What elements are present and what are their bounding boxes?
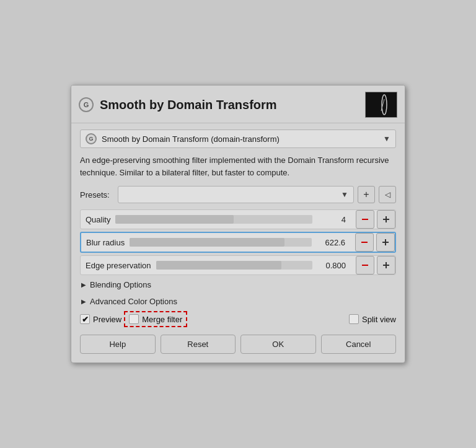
advanced-color-options-arrow-icon: ▶ [81,298,86,305]
svg-rect-6 [386,216,387,222]
advanced-color-options-label: Advanced Color Options [90,297,177,306]
blending-options-label: Blending Options [90,280,151,289]
quality-track[interactable] [115,215,312,224]
smooth-dialog: G Smooth by Domain Transform G Smooth by… [71,85,405,363]
merge-filter-box: Merge filter [124,311,187,327]
svg-rect-9 [385,239,386,245]
svg-rect-7 [361,242,368,243]
quality-minus-button[interactable] [356,210,374,229]
svg-rect-10 [362,265,368,266]
filter-dropdown[interactable]: G Smooth by Domain Transform (domain-tra… [80,130,396,148]
edge-preservation-value: 0.800 [317,261,348,270]
blending-options-section: ▶ Blending Options [80,278,396,292]
split-view-checkbox[interactable] [349,314,359,324]
thumbnail-svg [366,92,397,117]
blending-options-header[interactable]: ▶ Blending Options [80,278,396,292]
presets-add-button[interactable]: + [358,186,375,203]
footer-buttons: Help Reset OK Cancel [80,335,396,354]
cancel-button[interactable]: Cancel [321,335,397,354]
svg-rect-4 [362,219,368,220]
blur-radius-minus-button[interactable] [355,233,374,252]
filter-description: An edge-preserving smoothing filter impl… [80,154,396,178]
edge-preservation-param-row: Edge preservation 0.800 [80,255,396,275]
preview-label: Preview [93,315,121,324]
quality-param-row: Quality 4 [80,209,396,229]
merge-filter-label: Merge filter [142,315,182,324]
bottom-options: ✔ Preview Merge filter Split view [80,311,396,327]
ok-button[interactable]: OK [240,335,316,354]
help-button[interactable]: Help [80,335,156,354]
dialog-content: G Smooth by Domain Transform (domain-tra… [71,123,405,362]
quality-slider-area[interactable]: Quality 4 [81,210,353,229]
blur-radius-track[interactable] [130,238,312,247]
blur-radius-param-row: Blur radius 622.6 [80,232,396,253]
quality-param-name: Quality [86,215,110,224]
blur-radius-param-name: Blur radius [86,238,125,247]
merge-filter-checkbox[interactable] [129,314,139,324]
edge-preservation-param-name: Edge preservation [86,261,151,270]
quality-plus-button[interactable] [377,210,395,229]
presets-row: Presets: ▼ + ◁ [80,186,396,203]
advanced-color-options-section: ▶ Advanced Color Options [80,294,396,309]
blur-radius-fill [130,238,284,247]
edge-preservation-minus-button[interactable] [356,256,374,275]
quality-value: 4 [317,215,348,224]
preview-checkbox[interactable]: ✔ [80,314,90,324]
presets-dropdown-arrow-icon: ▼ [341,190,348,199]
dialog-title: Smooth by Domain Transform [100,98,277,112]
filter-dropdown-arrow-icon: ▼ [383,134,390,143]
split-view-label: Split view [362,315,396,324]
presets-label: Presets: [80,190,114,200]
edge-preservation-fill [156,261,281,270]
presets-manage-button[interactable]: ◁ [379,186,396,203]
edge-preservation-plus-button[interactable] [377,256,395,275]
advanced-color-options-header[interactable]: ▶ Advanced Color Options [80,294,396,309]
presets-dropdown[interactable]: ▼ [118,186,354,203]
edge-preservation-slider-area[interactable]: Edge preservation 0.800 [81,256,353,275]
filter-dropdown-icon: G [86,133,97,144]
filter-preview-thumbnail [365,92,397,118]
reset-button[interactable]: Reset [161,335,236,354]
gimp-logo-icon: G [79,97,94,112]
filter-dropdown-row: G Smooth by Domain Transform (domain-tra… [80,130,396,148]
title-bar: G Smooth by Domain Transform [71,86,405,123]
title-left: G Smooth by Domain Transform [79,97,277,112]
filter-dropdown-label: Smooth by Domain Transform (domain-trans… [102,134,378,144]
svg-rect-0 [366,92,397,117]
edge-preservation-track[interactable] [156,261,312,270]
blending-options-arrow-icon: ▶ [81,281,86,288]
blur-radius-plus-button[interactable] [376,233,395,252]
preview-checkmark: ✔ [82,315,89,324]
blur-radius-slider-area[interactable]: Blur radius 622.6 [81,233,353,252]
blur-radius-value: 622.6 [317,238,348,247]
preview-check-item: ✔ Preview [80,314,121,324]
split-view-item: Split view [349,314,396,324]
svg-rect-12 [386,262,387,268]
quality-fill [115,215,234,224]
